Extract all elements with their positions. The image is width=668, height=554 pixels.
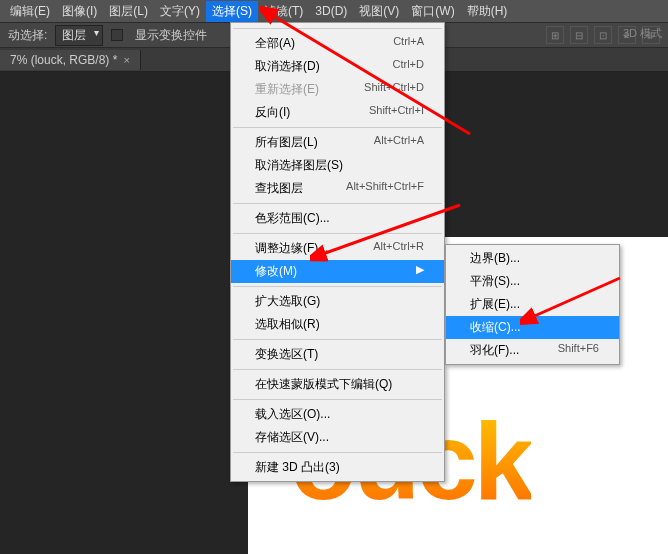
menu-item-label: 变换选区(T) [255, 346, 318, 363]
separator [233, 233, 442, 234]
menu-item[interactable]: 边界(B)... [446, 247, 619, 270]
show-transform-label: 显示变换控件 [135, 27, 207, 44]
menu-item-label: 修改(M) [255, 263, 297, 280]
menu-视图[interactable]: 视图(V) [353, 1, 405, 22]
document-tab[interactable]: 7% (louck, RGB/8) * × [0, 50, 141, 70]
menu-item-label: 取消选择(D) [255, 58, 320, 75]
tab-title: 7% (louck, RGB/8) * [10, 53, 117, 67]
menu-item-label: 反向(I) [255, 104, 290, 121]
menu-滤镜[interactable]: 滤镜(T) [258, 1, 309, 22]
separator [233, 452, 442, 453]
menu-item[interactable]: 修改(M)▶ [231, 260, 444, 283]
menu-item[interactable]: 扩大选取(G) [231, 290, 444, 313]
menu-item-label: 全部(A) [255, 35, 295, 52]
target-layer-combo[interactable]: 图层 [55, 25, 103, 46]
menu-item-label: 边界(B)... [470, 250, 520, 267]
modify-submenu: 边界(B)...平滑(S)...扩展(E)...收缩(C)...羽化(F)...… [445, 244, 620, 365]
submenu-arrow-icon: ▶ [416, 263, 424, 280]
menu-item[interactable]: 变换选区(T) [231, 343, 444, 366]
menu-bar: 编辑(E)图像(I)图层(L)文字(Y)选择(S)滤镜(T)3D(D)视图(V)… [0, 0, 668, 22]
menu-item-label: 羽化(F)... [470, 342, 519, 359]
menu-item: 重新选择(E)Shift+Ctrl+D [231, 78, 444, 101]
menu-item[interactable]: 收缩(C)... [446, 316, 619, 339]
shortcut: Shift+Ctrl+I [369, 104, 424, 121]
separator [233, 203, 442, 204]
toolbar-label: 动选择: [8, 27, 47, 44]
menu-item-label: 收缩(C)... [470, 319, 521, 336]
menu-item[interactable]: 色彩范围(C)... [231, 207, 444, 230]
shortcut: Ctrl+D [393, 58, 424, 75]
menu-item[interactable]: 平滑(S)... [446, 270, 619, 293]
shortcut: Shift+Ctrl+D [364, 81, 424, 98]
menu-item[interactable]: 取消选择图层(S) [231, 154, 444, 177]
show-transform-checkbox[interactable] [111, 29, 123, 41]
menu-item[interactable]: 反向(I)Shift+Ctrl+I [231, 101, 444, 124]
close-icon[interactable]: × [123, 54, 129, 66]
menu-item-label: 在快速蒙版模式下编辑(Q) [255, 376, 392, 393]
separator [233, 399, 442, 400]
separator [233, 339, 442, 340]
menu-item[interactable]: 取消选择(D)Ctrl+D [231, 55, 444, 78]
menu-item-label: 调整边缘(F)... [255, 240, 328, 257]
menu-item-label: 载入选区(O)... [255, 406, 330, 423]
menu-item[interactable]: 所有图层(L)Alt+Ctrl+A [231, 131, 444, 154]
menu-item[interactable]: 新建 3D 凸出(3) [231, 456, 444, 479]
separator [233, 369, 442, 370]
menu-文字[interactable]: 文字(Y) [154, 1, 206, 22]
menu-3D[interactable]: 3D(D) [309, 2, 353, 20]
shortcut: Ctrl+A [393, 35, 424, 52]
menu-item-label: 色彩范围(C)... [255, 210, 330, 227]
menu-窗口[interactable]: 窗口(W) [405, 1, 460, 22]
menu-item-label: 扩大选取(G) [255, 293, 320, 310]
menu-item-label: 平滑(S)... [470, 273, 520, 290]
align-icon[interactable]: ⊞ [546, 26, 564, 44]
mode-3d-label: 3D 模式 [623, 26, 662, 41]
menu-item-label: 扩展(E)... [470, 296, 520, 313]
menu-item[interactable]: 羽化(F)...Shift+F6 [446, 339, 619, 362]
separator [233, 286, 442, 287]
shortcut: Shift+F6 [558, 342, 599, 359]
menu-item-label: 存储选区(V)... [255, 429, 329, 446]
menu-item[interactable]: 存储选区(V)... [231, 426, 444, 449]
menu-item-label: 取消选择图层(S) [255, 157, 343, 174]
menu-选择[interactable]: 选择(S) [206, 1, 258, 22]
menu-item[interactable]: 选取相似(R) [231, 313, 444, 336]
menu-图层[interactable]: 图层(L) [103, 1, 154, 22]
separator [233, 127, 442, 128]
menu-图像[interactable]: 图像(I) [56, 1, 103, 22]
menu-item-label: 新建 3D 凸出(3) [255, 459, 340, 476]
menu-编辑[interactable]: 编辑(E) [4, 1, 56, 22]
select-menu: 全部(A)Ctrl+A取消选择(D)Ctrl+D重新选择(E)Shift+Ctr… [230, 22, 445, 482]
menu-item[interactable]: 全部(A)Ctrl+A [231, 32, 444, 55]
menu-item[interactable]: 查找图层Alt+Shift+Ctrl+F [231, 177, 444, 200]
menu-item-label: 所有图层(L) [255, 134, 318, 151]
menu-item-label: 选取相似(R) [255, 316, 320, 333]
align-icon[interactable]: ⊡ [594, 26, 612, 44]
menu-item[interactable]: 在快速蒙版模式下编辑(Q) [231, 373, 444, 396]
menu-item[interactable]: 调整边缘(F)...Alt+Ctrl+R [231, 237, 444, 260]
menu-帮助[interactable]: 帮助(H) [461, 1, 514, 22]
menu-item[interactable]: 扩展(E)... [446, 293, 619, 316]
shortcut: Alt+Ctrl+A [374, 134, 424, 151]
separator [233, 28, 442, 29]
shortcut: Alt+Ctrl+R [373, 240, 424, 257]
align-icon[interactable]: ⊟ [570, 26, 588, 44]
shortcut: Alt+Shift+Ctrl+F [346, 180, 424, 197]
menu-item-label: 重新选择(E) [255, 81, 319, 98]
menu-item[interactable]: 载入选区(O)... [231, 403, 444, 426]
menu-item-label: 查找图层 [255, 180, 303, 197]
